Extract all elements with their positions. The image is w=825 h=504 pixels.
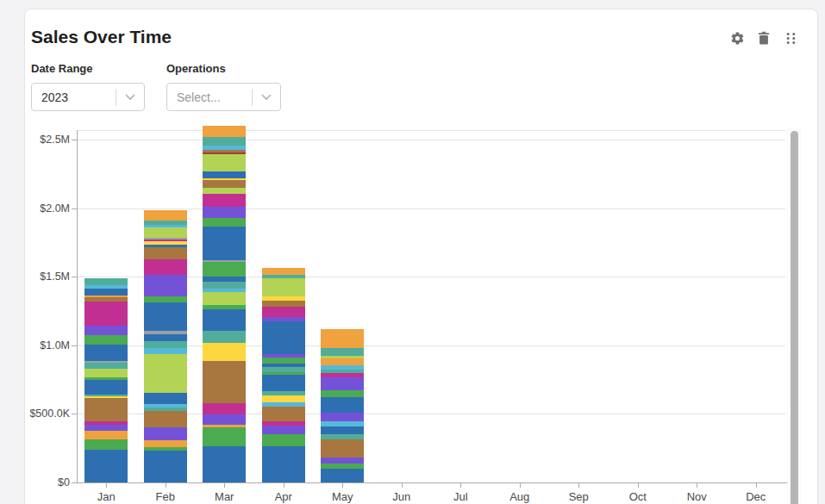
bar-segment[interactable] [144,275,187,296]
bar-segment[interactable] [84,396,128,398]
bar-segment[interactable] [203,188,246,194]
bar-segment[interactable] [144,210,187,221]
bar-segment[interactable] [262,317,305,321]
bar-segment[interactable] [144,451,187,482]
bar-segment[interactable] [321,464,364,469]
bar-segment[interactable] [144,447,187,451]
bar-segment[interactable] [144,334,187,341]
bar-segment[interactable] [144,259,187,275]
bar-segment[interactable] [262,354,305,358]
bar-segment[interactable] [262,375,305,391]
bar-segment[interactable] [262,278,305,296]
bar-segment[interactable] [321,426,364,434]
bar-segment[interactable] [84,285,128,289]
bar-segment[interactable] [321,373,364,377]
bar-segment[interactable] [144,348,187,354]
bar-segment[interactable] [144,227,187,238]
bar-segment[interactable] [84,363,128,369]
bar-segment[interactable] [321,370,364,373]
bar-segment[interactable] [144,411,187,427]
bar-segment[interactable] [84,431,128,439]
bar-segment[interactable] [262,301,305,307]
bar-segment[interactable] [144,440,187,447]
bar-segment[interactable] [84,345,128,361]
bar-segment[interactable] [144,296,187,302]
bar-segment[interactable] [262,446,305,482]
bar-segment[interactable] [262,358,305,364]
bar-segment[interactable] [144,240,187,241]
bar-segment[interactable] [262,372,305,375]
bar-segment[interactable] [262,395,305,402]
bar-segment[interactable] [203,361,246,403]
bar-segment[interactable] [203,178,246,180]
bar-segment[interactable] [84,361,128,363]
bar-segment[interactable] [321,413,364,421]
bar-segment[interactable] [144,302,187,331]
bar-segment[interactable] [262,275,305,278]
bar-segment[interactable] [203,277,246,282]
bar-segment[interactable] [203,309,246,331]
bar-segment[interactable] [144,341,187,348]
bar-segment[interactable] [144,354,187,393]
bar-segment[interactable] [203,343,246,361]
bar-segment[interactable] [262,296,305,301]
bar-segment[interactable] [144,238,187,240]
bar-segment[interactable] [262,307,305,317]
move-button[interactable] [783,32,798,47]
scrollbar-thumb[interactable] [791,131,798,504]
bar-segment[interactable] [203,154,246,171]
bar-segment[interactable] [203,425,246,427]
bar-segment[interactable] [321,469,364,482]
bar-segment[interactable] [262,367,305,372]
bar-segment[interactable] [262,421,305,426]
bar-segment[interactable] [262,407,305,421]
bar-segment[interactable] [84,398,128,421]
bar-segment[interactable] [84,369,128,377]
bar-segment[interactable] [203,427,246,446]
bar-segment[interactable] [84,296,128,297]
operations-select[interactable]: Select... [166,83,281,111]
bar-segment[interactable] [144,427,187,440]
bar-segment[interactable] [84,297,128,302]
bar-segment[interactable] [321,377,364,390]
bar-segment[interactable] [203,262,246,277]
bar-segment[interactable] [321,457,364,464]
bar-segment[interactable] [144,331,187,334]
bar-segment[interactable] [321,434,364,439]
bar-segment[interactable] [203,446,246,482]
bar-segment[interactable] [262,402,305,407]
bar-segment[interactable] [203,150,246,152]
bar-segment[interactable] [262,426,305,434]
bar-segment[interactable] [203,126,246,137]
bar-segment[interactable] [262,364,305,367]
bar-segment[interactable] [203,414,246,425]
bar-segment[interactable] [203,207,246,218]
bar-segment[interactable] [203,137,246,146]
bar-segment[interactable] [321,329,364,348]
bar-segment[interactable] [203,403,246,414]
bar-segment[interactable] [321,365,364,370]
bar-segment[interactable] [144,225,187,227]
bar-segment[interactable] [321,390,364,397]
bar-segment[interactable] [321,439,364,457]
bar-segment[interactable] [84,421,128,425]
bar-segment[interactable] [321,358,364,365]
bar-segment[interactable] [144,408,187,411]
bar-segment[interactable] [84,425,128,431]
bar-segment[interactable] [262,434,305,446]
bar-segment[interactable] [203,305,246,309]
bar-segment[interactable] [144,221,187,225]
bar-segment[interactable] [262,321,305,354]
bar-segment[interactable] [262,391,305,395]
bar-segment[interactable] [321,397,364,413]
bar-segment[interactable] [144,241,187,245]
bar-segment[interactable] [203,331,246,343]
bar-segment[interactable] [84,278,128,285]
settings-button[interactable] [729,32,745,47]
delete-button[interactable] [756,32,772,47]
bar-segment[interactable] [203,218,246,227]
bar-segment[interactable] [203,227,246,260]
bar-segment[interactable] [321,356,364,358]
bar-segment[interactable] [203,152,246,154]
bar-segment[interactable] [144,245,187,247]
